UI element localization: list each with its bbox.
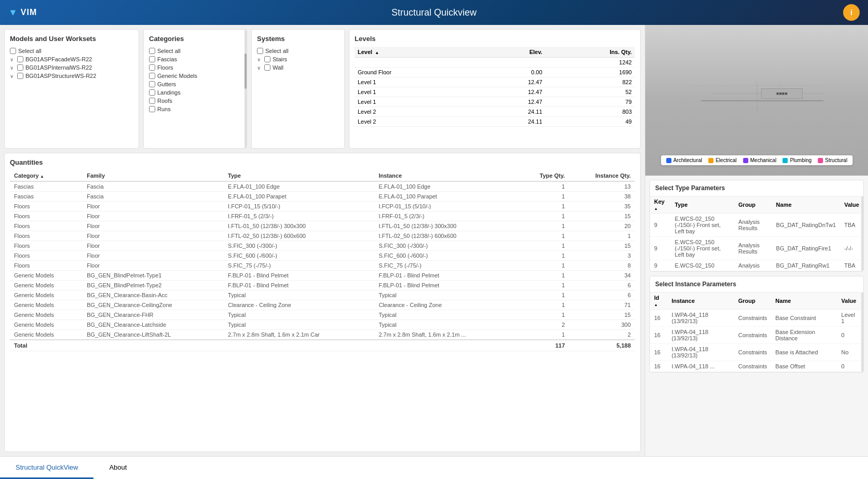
cat-item-floors[interactable]: Floors xyxy=(149,63,241,72)
level-row-1[interactable]: Ground Floor 0.00 1690 xyxy=(355,68,635,77)
tp-col-group[interactable]: Group xyxy=(734,196,772,214)
qty-col-type-qty[interactable]: Type Qty. xyxy=(519,170,569,181)
row-category: Generic Models xyxy=(10,290,83,300)
ip-instance: I.WPA-04_118 (13/92/13) xyxy=(668,344,734,361)
sys-cb-stairs[interactable] xyxy=(264,56,270,62)
cat-cb-landings[interactable] xyxy=(149,89,155,96)
table-row[interactable]: Floors Floor S.FIC_300 (-/300/-) S.FIC_3… xyxy=(10,241,635,251)
model-checkbox-0[interactable]: BG01ASPFacadeWS-R22 xyxy=(17,55,92,63)
ip-col-instance[interactable]: Instance xyxy=(668,292,734,310)
model-label-0: BG01ASPFacadeWS-R22 xyxy=(25,56,92,62)
table-row[interactable]: Generic Models BG_GEN_Clearance-FHR Typi… xyxy=(10,310,635,320)
ip-col-group[interactable]: Group xyxy=(734,292,771,310)
row-type-qty: 1 xyxy=(519,271,569,281)
table-row[interactable]: 9 E.WCS-02_150 (-/150/-) Front set, Left… xyxy=(650,237,863,260)
table-row[interactable]: Generic Models BG_GEN_Clearance-LiftShaf… xyxy=(10,330,635,340)
model-checkbox-2[interactable]: BG01ASPStructureWS-R22 xyxy=(17,72,96,80)
cat-item-landings[interactable]: Landings xyxy=(149,88,241,97)
mech-label: Mechanical xyxy=(750,157,777,163)
stairs-toggle[interactable]: ∨ xyxy=(257,57,263,62)
table-row[interactable]: 16 I.WPA-04_118 (13/92/13) Constraints B… xyxy=(650,327,863,344)
table-row[interactable]: Generic Models BG_GEN_BlindPelmet-Type2 … xyxy=(10,281,635,290)
model-checkbox-1[interactable]: BG01ASPInternalWS-R22 xyxy=(17,63,92,72)
level-row-4[interactable]: Level 1 12.47 79 xyxy=(355,97,635,107)
level-row-0[interactable]: 1242 xyxy=(355,58,635,68)
categories-scroll[interactable]: Select all Fascias Floors Generic Models xyxy=(149,47,241,113)
sys-cb-wall[interactable] xyxy=(264,64,270,71)
total-empty-1 xyxy=(83,340,224,351)
tp-col-type[interactable]: Type xyxy=(671,196,735,214)
levels-col-level[interactable]: Level ▲ xyxy=(355,47,481,58)
table-row[interactable]: Generic Models BG_GEN_Clearance-Latchsid… xyxy=(10,320,635,330)
table-row[interactable]: Generic Models BG_GEN_Clearance-CeilingZ… xyxy=(10,300,635,310)
categories-scrollbar[interactable] xyxy=(245,30,247,148)
cat-cb-generic[interactable] xyxy=(149,73,155,79)
model-cb-0[interactable] xyxy=(17,56,23,62)
levels-col-elev[interactable]: Elev. xyxy=(481,47,546,58)
level-row-6[interactable]: Level 2 24.11 49 xyxy=(355,117,635,127)
level-row-3[interactable]: Level 1 12.47 52 xyxy=(355,87,635,97)
table-row[interactable]: 9 E.WCS-02_150 (-/150/-) Front set, Left… xyxy=(650,214,863,237)
qty-col-type[interactable]: Type xyxy=(224,170,374,181)
cat-cb-floors[interactable] xyxy=(149,64,155,71)
cat-cb-fascias[interactable] xyxy=(149,56,155,62)
table-row[interactable]: 16 I.WPA-04_118 (13/92/13) Constraints B… xyxy=(650,310,863,327)
ip-col-name[interactable]: Name xyxy=(771,292,837,310)
table-row[interactable]: Floors Floor I.FTL-01_50 (12/38/-) 300x3… xyxy=(10,221,635,231)
models-select-all[interactable]: Select all xyxy=(10,47,133,55)
table-row[interactable]: Fascias Fascia E.FLA-01_100 Parapet E.FL… xyxy=(10,192,635,202)
cat-cb-gutters[interactable] xyxy=(149,81,155,87)
level-name-2: Level 1 xyxy=(355,77,481,87)
quantities-table-wrapper[interactable]: Category Family Type Instance Type Qty. … xyxy=(10,170,635,446)
tree-toggle-1[interactable]: ∨ xyxy=(10,65,16,71)
table-row[interactable]: Floors Floor I.FCP-01_15 (5/10/-) I.FCP-… xyxy=(10,202,635,211)
table-row[interactable]: 16 I.WPA-04_118 ... Constraints Base Off… xyxy=(650,361,863,372)
params-section[interactable]: Select Type Parameters Key Type Group Na… xyxy=(645,176,868,456)
level-row-5[interactable]: Level 2 24.11 803 xyxy=(355,107,635,117)
levels-col-qty[interactable]: Ins. Qty. xyxy=(546,47,635,58)
cat-item-roofs[interactable]: Roofs xyxy=(149,97,241,105)
cat-item-runs[interactable]: Runs xyxy=(149,105,241,113)
tp-col-name[interactable]: Name xyxy=(772,196,840,214)
qty-col-instance[interactable]: Instance xyxy=(374,170,518,181)
ip-col-value[interactable]: Value xyxy=(837,292,863,310)
table-row[interactable]: Fascias Fascia E.FLA-01_100 Edge E.FLA-0… xyxy=(10,181,635,192)
categories-select-all[interactable]: Select all xyxy=(149,47,241,55)
tp-col-value[interactable]: Value xyxy=(840,196,863,214)
systems-select-all[interactable]: Select all xyxy=(257,47,339,55)
cat-item-gutters[interactable]: Gutters xyxy=(149,80,241,88)
models-select-all-checkbox[interactable] xyxy=(10,48,16,54)
qty-col-family[interactable]: Family xyxy=(83,170,224,181)
qty-col-inst-qty[interactable]: Instance Qty. xyxy=(569,170,635,181)
cat-cb-runs[interactable] xyxy=(149,106,155,112)
sys-stairs-cb[interactable]: Stairs xyxy=(264,55,287,63)
tree-toggle-0[interactable]: ∨ xyxy=(10,57,16,62)
table-row[interactable]: Floors Floor I.FRF-01_5 (2/3/-) I.FRF-01… xyxy=(10,211,635,221)
level-row-2[interactable]: Level 1 12.47 822 xyxy=(355,77,635,87)
cat-item-generic[interactable]: Generic Models xyxy=(149,72,241,80)
model-cb-2[interactable] xyxy=(17,73,23,79)
qty-col-category[interactable]: Category xyxy=(10,170,83,181)
cat-cb-roofs[interactable] xyxy=(149,98,155,104)
table-row[interactable]: Generic Models BG_GEN_BlindPelmet-Type1 … xyxy=(10,271,635,281)
info-button[interactable]: i xyxy=(843,4,860,21)
level-elev-5: 24.11 xyxy=(481,107,546,117)
cat-item-fascias[interactable]: Fascias xyxy=(149,55,241,63)
model-cb-1[interactable] xyxy=(17,64,23,71)
table-row[interactable]: Floors Floor S.FIC_600 (-/600/-) S.FIC_6… xyxy=(10,251,635,261)
tab-about[interactable]: About xyxy=(93,457,142,479)
tab-structural-quickview[interactable]: Structural QuickView xyxy=(0,457,93,479)
sys-wall-cb[interactable]: Wall xyxy=(264,63,283,72)
row-category: Generic Models xyxy=(10,320,83,330)
sys-select-all-cb[interactable] xyxy=(257,48,263,54)
table-row[interactable]: 9 E.WCS-02_150 Analysis BG_DAT_RatingRw1… xyxy=(650,260,863,271)
ip-col-id[interactable]: Id xyxy=(650,292,668,310)
table-row[interactable]: 16 I.WPA-04_118 (13/92/13) Constraints B… xyxy=(650,344,863,361)
tree-toggle-2[interactable]: ∨ xyxy=(10,73,16,79)
tp-col-key[interactable]: Key xyxy=(650,196,671,214)
wall-toggle[interactable]: ∨ xyxy=(257,65,263,71)
cat-select-all-cb[interactable] xyxy=(149,48,155,54)
table-row[interactable]: Floors Floor S.FIC_75 (-/75/-) S.FIC_75 … xyxy=(10,261,635,271)
table-row[interactable]: Generic Models BG_GEN_Clearance-Basin-Ac… xyxy=(10,290,635,300)
table-row[interactable]: Floors Floor I.FTL-02_50 (12/38/-) 600x6… xyxy=(10,231,635,241)
